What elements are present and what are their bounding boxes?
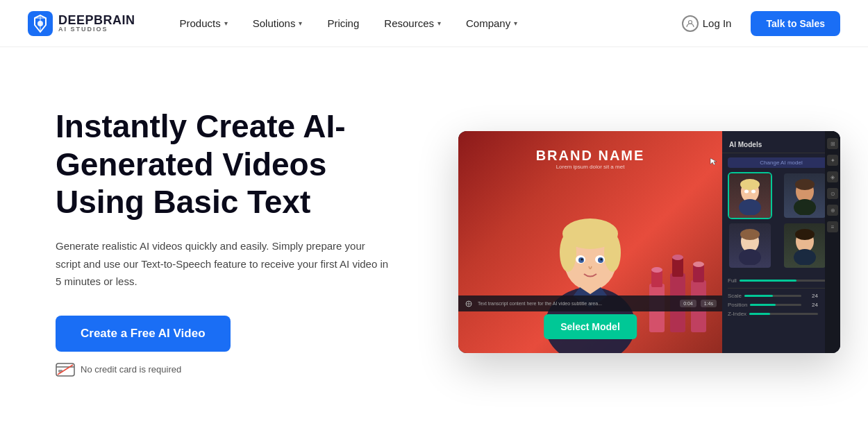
sidebar-icon-5[interactable]: ⊕	[827, 205, 838, 216]
ctrl-slider-zindex[interactable]	[749, 313, 818, 315]
model-thumb-2[interactable]	[783, 172, 827, 219]
credit-card-icon	[56, 363, 75, 377]
ctrl-scale: Scale 24 24	[728, 293, 835, 299]
model-thumb-4[interactable]	[783, 222, 827, 269]
lipstick-products	[646, 249, 715, 339]
divider	[728, 288, 835, 289]
svg-point-33	[739, 199, 761, 215]
svg-point-32	[740, 179, 760, 190]
ctrl-position: Position 24 24	[728, 302, 835, 308]
ctrl-slider-fill-position	[750, 304, 776, 306]
ctrl-label-full: Full	[728, 277, 737, 284]
time-end: 1:4s	[701, 300, 717, 307]
model-thumbnails	[722, 172, 840, 269]
ctrl-value-position: 24	[804, 302, 818, 308]
ctrl-label-scale: Scale	[728, 293, 742, 299]
no-credit-card-notice: No credit card is required	[56, 363, 417, 377]
ctrl-slider-scale[interactable]	[744, 295, 801, 297]
ctrl-label-position: Position	[728, 302, 747, 308]
sidebar-icon-1[interactable]: ⊞	[827, 138, 838, 149]
ctrl-slider-position[interactable]	[750, 304, 801, 306]
svg-rect-23	[672, 257, 683, 277]
hero-title: Instantly Create AI-Generated Videos Usi…	[56, 108, 417, 221]
ctrl-slider-fill	[740, 280, 796, 282]
svg-point-17	[581, 259, 583, 261]
app-mockup: BRAND NAME Lorem ipsum dolor sit a met	[458, 131, 840, 353]
svg-point-44	[794, 249, 816, 265]
nav-item-resources[interactable]: Resources ▾	[373, 12, 452, 35]
svg-point-35	[751, 190, 756, 194]
select-model-button[interactable]: Select Model	[544, 314, 637, 339]
ctrl-slider-fill-zindex	[749, 313, 770, 315]
time-start: 0:04	[680, 300, 696, 307]
ctrl-slider-full[interactable]	[740, 280, 835, 282]
svg-point-43	[795, 229, 815, 240]
svg-point-12	[604, 233, 621, 272]
brand-subtitle: Lorem ipsum dolor sit a met	[536, 164, 645, 170]
svg-point-37	[795, 179, 815, 190]
brand-name: BRAND NAME	[536, 148, 645, 164]
nav-item-pricing[interactable]: Pricing	[316, 12, 370, 35]
ctrl-zindex: Z-Index 1	[728, 311, 835, 317]
svg-point-1	[37, 21, 43, 26]
svg-point-11	[560, 233, 576, 272]
talk-to-sales-button[interactable]: Talk to Sales	[751, 11, 840, 36]
model-avatar-1	[729, 173, 771, 218]
sidebar-controls: Full Scale 24 24	[722, 275, 840, 320]
chevron-down-icon: ▾	[299, 19, 302, 27]
sidebar-icon-4[interactable]: ⊙	[827, 188, 838, 199]
svg-point-27	[693, 262, 704, 267]
model-thumb-1[interactable]	[728, 172, 772, 219]
sidebar-title: AI Models	[722, 137, 840, 153]
svg-point-18	[601, 259, 603, 261]
logo-brand-name: DEEPBRAIN	[58, 14, 135, 26]
logo-icon	[28, 11, 53, 36]
hero-image-section: BRAND NAME Lorem ipsum dolor sit a met	[458, 131, 840, 353]
hero-description: Generate realistic AI videos quickly and…	[56, 237, 389, 291]
change-model-controls: Change AI model	[722, 157, 840, 172]
svg-point-40	[740, 229, 760, 240]
change-model-button[interactable]: Change AI model	[728, 157, 835, 168]
create-free-video-button[interactable]: Create a Free AI Video	[56, 316, 231, 352]
nav-item-solutions[interactable]: Solutions ▾	[242, 12, 314, 35]
model-thumb-3[interactable]	[728, 222, 772, 269]
svg-point-41	[739, 249, 761, 265]
svg-point-34	[744, 190, 749, 194]
nav-item-products[interactable]: Products ▾	[169, 12, 239, 35]
language-icon	[464, 300, 474, 307]
sidebar-icon-2[interactable]: ✦	[827, 155, 838, 166]
video-bottom-bar: Text transcript content here for the AI …	[458, 295, 722, 311]
nav-links: Products ▾ Solutions ▾ Pricing Resources…	[169, 12, 671, 35]
logo-text: DEEPBRAIN AI STUDIOS	[58, 14, 135, 33]
navbar: DEEPBRAIN AI STUDIOS Products ▾ Solution…	[0, 0, 868, 47]
sidebar-panel: AI Models Change AI model	[722, 131, 840, 353]
chevron-down-icon: ▾	[514, 19, 517, 27]
logo-subtitle: AI STUDIOS	[58, 26, 135, 33]
nav-item-company[interactable]: Company ▾	[455, 12, 528, 35]
user-icon	[682, 15, 699, 32]
model-avatar-3	[729, 223, 771, 268]
cursor	[710, 157, 718, 166]
ctrl-slider-fill-scale	[744, 295, 773, 297]
chevron-down-icon: ▾	[224, 19, 228, 27]
main-content: Instantly Create AI-Generated Videos Usi…	[0, 47, 868, 437]
model-avatar-4	[784, 223, 826, 268]
video-panel: BRAND NAME Lorem ipsum dolor sit a met	[458, 131, 722, 353]
bottom-bar-text: Text transcript content here for the AI …	[478, 301, 676, 306]
sidebar-icon-3[interactable]: ◈	[827, 171, 838, 182]
ctrl-label-zindex: Z-Index	[728, 311, 746, 317]
model-avatar-2	[784, 173, 826, 218]
ctrl-full: Full	[728, 277, 835, 284]
login-button[interactable]: Log In	[671, 10, 743, 37]
logo[interactable]: DEEPBRAIN AI STUDIOS	[28, 11, 135, 36]
sidebar-icon-6[interactable]: ≡	[827, 221, 838, 232]
brand-overlay: BRAND NAME Lorem ipsum dolor sit a met	[536, 148, 645, 170]
sidebar-icon-strip: ⊞ ✦ ◈ ⊙ ⊕ ≡	[825, 131, 840, 353]
svg-point-24	[672, 255, 683, 260]
nav-right: Log In Talk to Sales	[671, 10, 840, 37]
chevron-down-icon: ▾	[437, 19, 441, 27]
svg-point-21	[651, 267, 662, 273]
ctrl-value-scale: 24	[804, 293, 818, 299]
hero-section: Instantly Create AI-Generated Videos Usi…	[56, 108, 417, 376]
svg-point-38	[794, 199, 816, 215]
